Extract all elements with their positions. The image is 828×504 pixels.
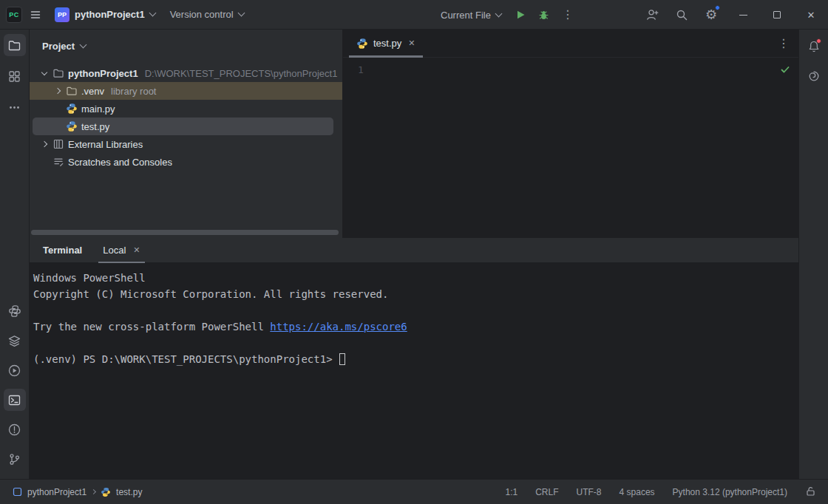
tree-item-main-py[interactable]: main.py (30, 100, 342, 118)
chevron-down-icon (80, 41, 87, 48)
close-button[interactable]: ✕ (794, 0, 828, 30)
ai-assistant-icon[interactable] (803, 65, 825, 87)
file-encoding[interactable]: UTF-8 (577, 487, 602, 497)
folder-icon (66, 85, 78, 97)
indent-style[interactable]: 4 spaces (620, 487, 655, 497)
tree-item-label: Scratches and Consoles (68, 157, 172, 168)
close-tab-icon[interactable]: ✕ (408, 38, 415, 48)
chevron-right-icon (91, 489, 96, 494)
collapse-chevron-icon[interactable] (40, 72, 49, 75)
expand-chevron-icon[interactable] (53, 89, 62, 93)
editor-tab-label: test.py (373, 38, 401, 49)
expand-chevron-icon[interactable] (40, 142, 49, 146)
minimize-button[interactable] (726, 0, 760, 30)
pycharm-window: PC PP pythonProject1 Version control Cur… (0, 0, 828, 504)
tree-item-label: .venv (81, 86, 104, 97)
notification-badge (816, 38, 821, 44)
more-actions-icon[interactable]: ⋮ (557, 4, 578, 25)
tree-item-venv[interactable]: .venv library root (30, 82, 342, 100)
editor-body[interactable]: 1 (343, 58, 798, 237)
tree-item-label: test.py (81, 121, 109, 132)
search-icon[interactable] (667, 0, 696, 30)
terminal-title: Terminal (30, 245, 95, 256)
terminal-header: Terminal Local ✕ (30, 238, 798, 263)
terminal-tool-window-icon[interactable] (4, 389, 26, 411)
terminal-line: Copyright (C) Microsoft Corporation. All… (33, 286, 793, 302)
python-interpreter[interactable]: Python 3.12 (pythonProject1) (673, 487, 787, 497)
project-tool-window-icon[interactable] (4, 34, 26, 56)
project-name: pythonProject1 (75, 9, 145, 20)
version-control-icon[interactable] (4, 448, 26, 470)
editor-area: test.py ✕ ⋮ 1 (343, 30, 798, 238)
settings-update-badge (715, 5, 720, 10)
hamburger-menu-icon[interactable] (25, 4, 46, 25)
code-with-me-icon[interactable] (637, 0, 667, 30)
terminal-output[interactable]: Windows PowerShell Copyright (C) Microso… (30, 263, 798, 367)
folder-icon (52, 67, 64, 79)
terminal-text: Try the new cross-platform PowerShell (33, 321, 270, 333)
tree-item-label: main.py (81, 103, 115, 115)
notifications-bell-icon[interactable] (803, 35, 825, 58)
chevron-down-icon (149, 10, 156, 17)
structure-icon[interactable] (4, 65, 26, 87)
python-packages-icon[interactable] (4, 300, 26, 322)
terminal-prompt: (.venv) PS D:\WORK\TEST_PROJECTS\pythonP… (33, 353, 333, 365)
horizontal-scrollbar[interactable] (31, 230, 339, 235)
tree-item-path: D:\WORK\TEST_PROJECTS\pythonProject1 (145, 68, 338, 79)
terminal-prompt-line[interactable]: (.venv) PS D:\WORK\TEST_PROJECTS\pythonP… (33, 351, 793, 367)
library-icon (52, 138, 64, 150)
left-activity-bar (0, 30, 30, 479)
terminal-blank-line (33, 335, 793, 351)
project-tree: pythonProject1 D:\WORK\TEST_PROJECTS\pyt… (30, 64, 342, 171)
run-configuration-selector[interactable]: Current File (435, 4, 507, 26)
tree-item-project-root[interactable]: pythonProject1 D:\WORK\TEST_PROJECTS\pyt… (30, 64, 342, 82)
lock-icon[interactable] (805, 486, 816, 499)
project-badge: PP (55, 7, 69, 22)
python-file-icon (356, 38, 368, 50)
more-tool-windows-icon[interactable] (4, 96, 26, 118)
debug-button[interactable] (534, 4, 554, 25)
line-separator[interactable]: CRLF (535, 487, 558, 497)
python-file-icon (66, 120, 78, 132)
scratches-icon (52, 156, 64, 168)
terminal-line: Windows PowerShell (33, 270, 793, 286)
tree-item-external-libraries[interactable]: External Libraries (30, 135, 342, 153)
project-icon (13, 487, 22, 497)
chevron-down-icon (495, 10, 502, 17)
breadcrumb-project[interactable]: pythonProject1 (27, 487, 86, 497)
caret-position[interactable]: 1:1 (506, 487, 518, 497)
tree-item-test-py[interactable]: test.py (33, 118, 333, 135)
breadcrumb: pythonProject1 test.py (0, 487, 142, 497)
version-control-widget[interactable]: Version control (164, 4, 250, 26)
terminal-blank-line (33, 302, 793, 319)
project-panel-header[interactable]: Project (30, 30, 342, 62)
terminal-tab-local[interactable]: Local ✕ (95, 238, 147, 263)
editor-tab-options-icon[interactable]: ⋮ (778, 30, 790, 58)
terminal-tool-window: Terminal Local ✕ Windows PowerShell Copy… (30, 238, 798, 479)
run-configuration-label: Current File (441, 10, 491, 21)
title-bar: PC PP pythonProject1 Version control Cur… (0, 0, 828, 30)
project-widget[interactable]: PP pythonProject1 (49, 4, 161, 26)
inspections-ok-icon[interactable] (779, 64, 791, 78)
services-icon[interactable] (4, 330, 26, 352)
close-terminal-tab-icon[interactable]: ✕ (133, 245, 140, 255)
breadcrumb-file[interactable]: test.py (116, 487, 142, 497)
problems-icon[interactable] (4, 418, 26, 440)
powershell-link[interactable]: https://aka.ms/pscore6 (270, 321, 407, 333)
settings-gear-icon[interactable]: ⚙ (696, 0, 726, 30)
run-tool-window-icon[interactable] (4, 359, 26, 381)
pycharm-logo: PC (6, 7, 22, 23)
python-file-icon (66, 103, 78, 115)
status-bar: pythonProject1 test.py 1:1 CRLF UTF-8 4 … (0, 479, 828, 504)
python-file-icon (101, 487, 111, 497)
right-activity-bar (798, 30, 828, 479)
terminal-tab-label: Local (103, 245, 126, 256)
version-control-label: Version control (170, 9, 234, 20)
editor-tab-test-py[interactable]: test.py ✕ (349, 30, 423, 58)
project-panel-title: Project (42, 41, 75, 52)
maximize-button[interactable] (760, 0, 794, 30)
tree-item-label: External Libraries (68, 139, 143, 150)
run-button[interactable] (510, 4, 531, 25)
tree-item-scratches[interactable]: Scratches and Consoles (30, 153, 342, 171)
chevron-down-icon (237, 10, 245, 17)
